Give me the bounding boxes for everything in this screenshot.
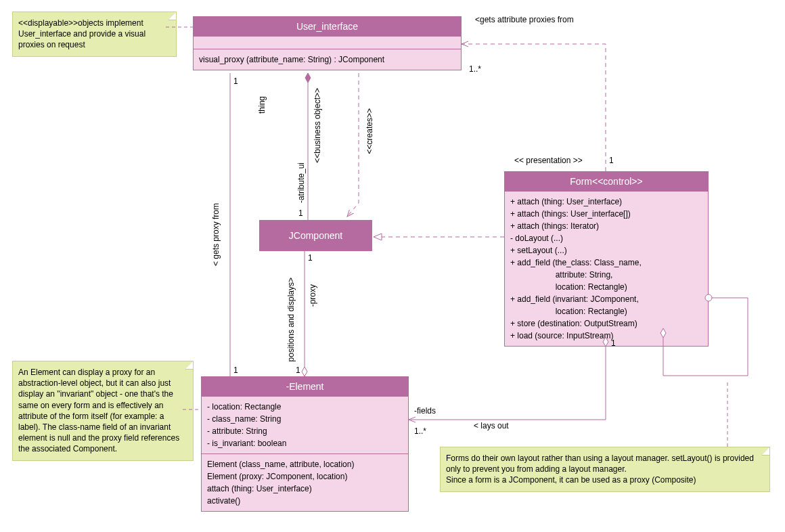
class-title: -Element	[202, 377, 408, 396]
class-title: Form<<control>>	[505, 172, 708, 191]
label-lays-out: < lays out	[474, 421, 509, 430]
class-operations: + attach (thing: User_interface) + attac…	[505, 191, 708, 346]
label-gets-proxy: < gets proxy from	[211, 203, 221, 266]
label-presentation: << presentation >>	[514, 156, 583, 165]
mult-one: 1	[233, 76, 238, 86]
note-element: An Element can display a proxy for an ab…	[12, 361, 194, 461]
class-form: Form<<control>> + attach (thing: User_in…	[504, 171, 709, 347]
class-element: -Element - location: Rectangle - class_n…	[201, 376, 409, 512]
class-user-interface: User_interface visual_proxy (attribute_n…	[193, 16, 462, 70]
label-thing: thing	[257, 96, 267, 114]
label-positions: positions and displays>	[286, 278, 296, 361]
note-displayable: <<displayable>>objects implement User_in…	[12, 12, 177, 57]
note-form: Forms do their own layout rather than us…	[440, 447, 770, 492]
class-attributes: - location: Rectangle - class_name: Stri…	[202, 396, 408, 453]
mult-one: 1	[298, 208, 303, 218]
label-fields: -fields	[414, 406, 436, 416]
label-business: <<business object>>	[313, 88, 322, 163]
label-creates: <<creates>>	[365, 108, 374, 154]
mult-one: 1	[308, 253, 313, 263]
class-operations: Element (class_name, attribute, location…	[202, 453, 408, 511]
mult-one: 1	[611, 338, 616, 348]
label-gets-attr: <gets attribute proxies from	[475, 15, 574, 24]
label-attribute-ui: -atribute_ui	[296, 162, 306, 203]
class-operations: visual_proxy (attribute_name: String) : …	[194, 49, 461, 70]
mult-one-star: 1..*	[414, 426, 426, 436]
class-jcomponent: JComponent	[259, 220, 372, 251]
label-proxy: -proxy	[308, 284, 317, 307]
class-title: JComponent	[260, 221, 372, 250]
mult-one: 1	[233, 365, 238, 375]
mult-one: 1	[296, 365, 300, 375]
mult-one-star: 1..*	[469, 64, 481, 74]
mult-one: 1	[609, 156, 614, 165]
class-title: User_interface	[194, 17, 461, 36]
